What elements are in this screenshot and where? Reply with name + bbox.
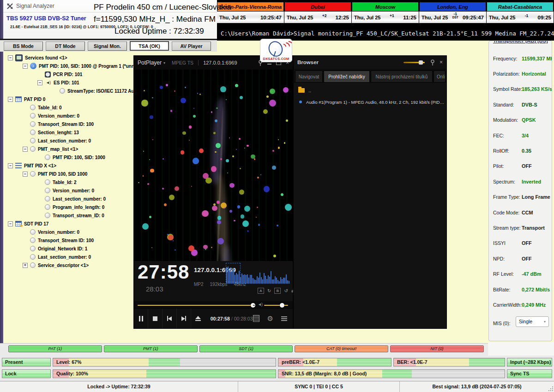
volume-handle[interactable] — [280, 303, 284, 308]
tree-item[interactable]: Transport_Stream ID: 100 — [3, 120, 133, 128]
tree-item[interactable]: StreamType: ISO/IEC 11172 Audio (MPEG-1)… — [3, 87, 133, 95]
tree-item[interactable]: −PMT PID: 100, SID: 1000 @ Program 1 (*u… — [3, 62, 133, 70]
mode-button-dt-mode[interactable]: DT Mode — [46, 42, 85, 51]
clock-date: Thu, Jul 25 — [219, 15, 246, 20]
transponder-row: Symbol Rate:185,263 KS/s — [489, 82, 552, 97]
dot — [235, 84, 238, 87]
mode-button-signal-mon-[interactable]: Signal Mon. — [88, 42, 127, 51]
transponder-header: Transponder (AB) [BS] — [489, 41, 552, 45]
volume-icon[interactable]: ◄) — [258, 302, 262, 307]
spectrum-bar — [277, 280, 278, 284]
tree-item[interactable]: Program_info_length: 0 — [3, 203, 133, 211]
seek-bar[interactable] — [138, 305, 253, 306]
collapse-box[interactable]: − — [8, 55, 13, 60]
tree-item[interactable]: PMT PID: 100, SID: 1000 — [3, 153, 133, 161]
tab-n-stroj-proch-zen-titulk-[interactable]: Nástroj procházení titulků — [371, 71, 433, 82]
stop-button[interactable] — [148, 309, 162, 328]
collapse-box[interactable]: − — [23, 147, 28, 152]
tree-item[interactable]: PCR PID: 101 — [3, 70, 133, 78]
tree-item[interactable]: Table_Id: 2 — [3, 178, 133, 186]
tree-item[interactable]: Table_Id: 0 — [3, 103, 133, 112]
transponder-row-value: 185,263 KS/s — [522, 86, 552, 92]
next-button[interactable] — [177, 309, 191, 328]
repeat-icon[interactable]: ↻ — [267, 288, 271, 293]
mode-button-tsa-ok-[interactable]: TSA (OK) — [130, 41, 169, 51]
tree-item[interactable]: +Service_descriptor <1> — [3, 261, 133, 269]
transponder-row-label: CarrierWidth: — [493, 302, 522, 308]
volume-slider[interactable] — [264, 305, 288, 306]
settings-gear-icon[interactable]: ⚙ — [267, 315, 273, 323]
tree-item[interactable]: Version_number: 0 — [3, 186, 133, 195]
transponder-row: BitRate:0,272 Mbit/s — [489, 282, 552, 297]
tree-item[interactable]: Transport_stream_ID: 0 — [3, 211, 133, 220]
tree-item[interactable]: Transport_Stream ID: 100 — [3, 236, 133, 244]
tree-item[interactable]: Last_section_number: 0 — [3, 137, 133, 145]
browser-title-bar[interactable]: Browser × — [294, 56, 446, 69]
playlist-icon[interactable] — [253, 315, 259, 322]
tree-item[interactable]: Version_number: 0 — [3, 112, 133, 120]
tab-online-s[interactable]: Online S — [434, 71, 446, 82]
video-area[interactable] — [134, 70, 293, 261]
bullet-icon — [30, 246, 36, 251]
audio-track-label: Audio #1(Program 1) - MPEG Audio, 48.0 k… — [306, 100, 445, 105]
pause-button[interactable] — [134, 309, 148, 328]
pin-icon[interactable] — [430, 59, 435, 65]
tree-item[interactable]: −PMT PID X <1> — [3, 161, 133, 170]
eject-button[interactable] — [191, 309, 205, 328]
dot — [258, 224, 260, 226]
tree-item[interactable]: −PMT PID 100, SID 1000 — [3, 170, 133, 178]
tree-item[interactable]: −PAT PID 0 — [3, 95, 133, 103]
dot — [182, 131, 186, 135]
collapse-box[interactable]: − — [8, 163, 13, 168]
clock-date: Thu, Jul 25 — [354, 15, 380, 20]
tree-item[interactable]: −SDT PID 17 — [3, 220, 133, 228]
tree-item[interactable]: Last_section_number: 0 — [3, 195, 133, 203]
minimize-icon[interactable] — [267, 64, 271, 65]
menu-icon[interactable] — [281, 316, 287, 321]
tree-item[interactable]: −PMT_map_list <1> — [3, 145, 133, 153]
tree-item[interactable]: −ES PID: 101 — [3, 78, 133, 87]
seek-bar-rest[interactable] — [253, 305, 255, 306]
tree-item[interactable]: −Services found <1> — [3, 53, 133, 62]
expand-box[interactable]: + — [23, 263, 28, 268]
spectrum-bar — [289, 281, 289, 284]
dot — [189, 140, 190, 141]
player-app-name[interactable]: PotPlayer — [138, 59, 162, 66]
dot — [240, 96, 243, 99]
clock-time-row: Thu, Jul 25-1DST09:25:47 — [419, 12, 486, 23]
tree-item[interactable]: Version_number: 0 — [3, 228, 133, 236]
browser-tab-bar: NavigovatProhlížeč nabídkyNástroj prochá… — [294, 69, 446, 83]
chevron-down-icon[interactable]: ▾ — [163, 61, 165, 65]
opacity-slider[interactable] — [403, 62, 425, 63]
close-icon[interactable]: × — [440, 60, 443, 65]
mis-dropdown[interactable]: Single ▾ — [516, 316, 549, 327]
folder-up-row[interactable]: .. — [294, 85, 446, 95]
mode-button-bs-mode[interactable]: BS Mode — [4, 42, 43, 51]
tree-item[interactable]: Original_Network ID: 1 — [3, 244, 133, 253]
tree-item[interactable]: Last_section_number: 0 — [3, 253, 133, 261]
clock-date: Thu, Jul 25 — [422, 15, 448, 20]
collapse-box[interactable]: − — [8, 221, 13, 226]
dot — [284, 142, 285, 143]
tree-item[interactable]: Section_lenght: 13 — [3, 128, 133, 137]
mode-button-av-player[interactable]: AV Player — [172, 42, 211, 51]
bullet-icon — [45, 154, 50, 160]
audio-track-row[interactable]: Audio #1(Program 1) - MPEG Audio, 48.0 k… — [294, 97, 446, 107]
slider-handle[interactable] — [419, 60, 423, 65]
tab-prohl-e-nab-dky[interactable]: Prohlížeč nabídky — [324, 71, 370, 82]
resize-grip[interactable] — [548, 386, 553, 391]
tab-navigovat[interactable]: Navigovat — [295, 71, 323, 82]
previous-button[interactable] — [163, 309, 176, 328]
repeat-a-button[interactable]: A — [258, 288, 264, 294]
collapse-box[interactable]: − — [37, 80, 42, 85]
collapse-box[interactable]: − — [23, 172, 28, 177]
tree-item-label: Version_number: 0 — [53, 188, 94, 193]
clock-city-header: Moscow — [352, 2, 419, 12]
loop-icon[interactable]: ↺ — [284, 288, 288, 293]
transponder-row-value: Inverted — [522, 179, 541, 184]
total-time: 00:28:03 — [234, 316, 253, 321]
stream-url: 127.0.0.1:6969 — [203, 60, 237, 65]
collapse-box[interactable]: − — [23, 64, 28, 69]
collapse-box[interactable]: − — [8, 97, 13, 102]
repeat-b-button[interactable]: B — [274, 288, 281, 294]
